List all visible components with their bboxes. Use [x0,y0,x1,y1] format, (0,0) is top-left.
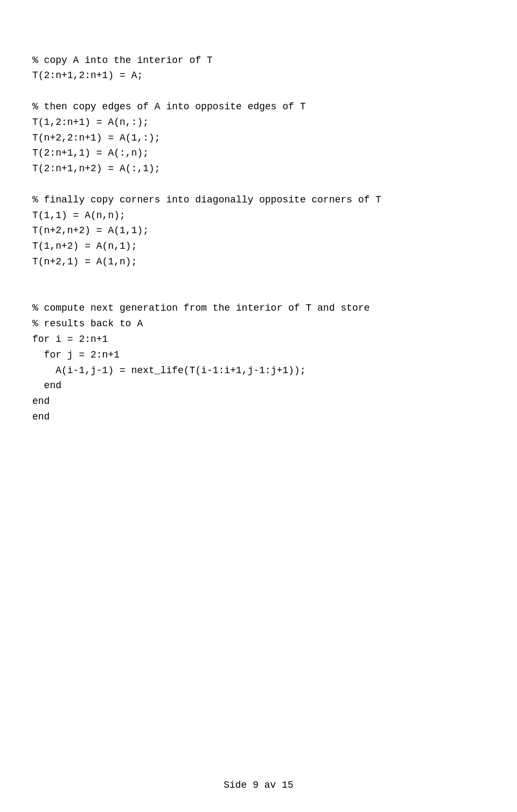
code-line: % finally copy corners into diagonally o… [32,192,485,208]
code-block: % copy A into the interior of TT(2:n+1,2… [0,0,517,440]
code-line: end [32,409,485,425]
code-line [32,270,485,285]
code-line: T(1,n+2) = A(n,1); [32,239,485,254]
code-line: T(1,1) = A(n,n); [32,208,485,223]
code-line: T(2:n+1,1) = A(:,n); [32,145,485,161]
code-line: % results back to A [32,316,485,332]
code-line: T(n+2,1) = A(1,n); [32,254,485,270]
code-line [32,83,485,99]
code-line: % then copy edges of A into opposite edg… [32,99,485,115]
code-line: T(n+2,n+2) = A(1,1); [32,223,485,239]
code-line: T(n+2,2:n+1) = A(1,:); [32,130,485,146]
code-line: T(2:n+1,n+2) = A(:,1); [32,161,485,177]
code-line: % copy A into the interior of T [32,53,485,68]
code-line [32,177,485,192]
code-line: for i = 2:n+1 [32,332,485,347]
code-line: end [32,394,485,409]
code-line [32,285,485,301]
code-line: end [32,378,485,394]
code-line: A(i-1,j-1) = next_life(T(i-1:i+1,j-1:j+1… [32,363,485,379]
code-content: % copy A into the interior of TT(2:n+1,2… [32,53,485,425]
page-footer: Side 9 av 15 [0,780,517,790]
code-line: T(1,2:n+1) = A(n,:); [32,115,485,130]
code-line: % compute next generation from the inter… [32,300,485,316]
page-number: Side 9 av 15 [223,780,294,790]
code-line: T(2:n+1,2:n+1) = A; [32,68,485,83]
code-line: for j = 2:n+1 [32,347,485,363]
